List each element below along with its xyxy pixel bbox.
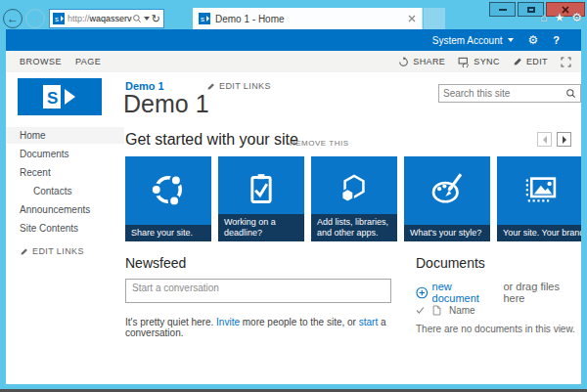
ribbon-bar: BROWSE PAGE SHARE SYNC EDIT — [6, 51, 581, 72]
account-label: System Account — [432, 35, 503, 46]
pencil-icon — [20, 247, 28, 256]
share-site-icon — [125, 164, 211, 215]
address-bar[interactable]: s http://waqasserver/sites/demo1 ↻ — [49, 9, 164, 28]
getting-started-title: Get started with your site — [125, 131, 298, 149]
newsfeed-empty-text: It's pretty quiet here. Invite more peop… — [125, 317, 409, 338]
sidebar-item-contacts[interactable]: Contacts — [6, 183, 124, 199]
tab-page[interactable]: PAGE — [75, 57, 101, 66]
sync-icon — [458, 57, 470, 67]
site-header: S Demo 1 EDIT LINKS Demo 1 — [6, 72, 581, 129]
start-conversation-link[interactable]: start — [359, 317, 378, 327]
documents-title: Documents — [416, 255, 485, 271]
sharepoint-favicon: s — [53, 13, 65, 24]
tile-caption: Working on a deadline? — [218, 214, 304, 242]
sharepoint-favicon: s — [199, 13, 210, 24]
back-button[interactable]: ← — [3, 9, 23, 28]
back-icon: ← — [7, 12, 19, 25]
search-icon[interactable] — [132, 14, 142, 23]
svg-text:s: s — [55, 15, 59, 23]
sync-button[interactable]: SYNC — [458, 57, 500, 67]
edit-button[interactable]: EDIT — [513, 57, 548, 66]
sidebar-item-site-contents[interactable]: Site Contents — [6, 220, 124, 237]
drag-files-text: or drag files here — [503, 281, 581, 304]
share-button[interactable]: SHARE — [398, 57, 445, 67]
share-icon — [398, 57, 409, 67]
tiles-prev-button[interactable] — [537, 132, 552, 147]
plus-circle-icon[interactable] — [416, 286, 429, 299]
account-menu[interactable]: System Account — [432, 35, 514, 46]
tile-your-brand[interactable]: Your site. Your brand — [497, 156, 581, 241]
tab-title: Demo 1 - Home — [215, 14, 408, 24]
suite-bar: System Account ⚙ ? — [6, 29, 581, 51]
tile-share-your-site[interactable]: Share your site. — [125, 156, 211, 241]
site-logo[interactable]: S — [18, 78, 102, 115]
browser-window: ← → s http://waqasserver/sites/demo1 ↻ s… — [0, 0, 587, 392]
browser-toolbar: ← → s http://waqasserver/sites/demo1 ↻ s… — [0, 8, 587, 29]
new-document-link[interactable]: new document — [432, 281, 500, 304]
invite-link[interactable]: Invite — [216, 317, 240, 327]
tab-close-icon[interactable] — [408, 15, 416, 22]
svg-text:s: s — [201, 15, 204, 23]
chevron-down-icon[interactable] — [144, 17, 150, 21]
search-box — [438, 84, 581, 103]
tile-add-apps[interactable]: Add lists, libraries, and other apps. — [311, 156, 397, 241]
sharepoint-logo-icon: S — [35, 82, 84, 111]
conversation-input[interactable] — [125, 279, 391, 303]
sidebar-item-documents[interactable]: Documents — [6, 146, 124, 162]
help-button[interactable]: ? — [553, 35, 560, 46]
focus-mode-button[interactable] — [561, 57, 571, 67]
page-title: Demo 1 — [123, 90, 209, 118]
tile-caption: What's your style? — [404, 225, 490, 241]
document-type-icon[interactable] — [432, 305, 441, 316]
documents-empty-text: There are no documents in this view. — [416, 324, 575, 334]
forward-button[interactable]: → — [25, 9, 45, 28]
edit-links-sidebar[interactable]: EDIT LINKS — [20, 246, 84, 256]
refresh-icon[interactable]: ↻ — [152, 14, 160, 24]
forward-icon: → — [29, 12, 41, 25]
pencil-icon — [513, 57, 522, 66]
column-name[interactable]: Name — [449, 305, 475, 316]
search-input[interactable] — [443, 88, 565, 99]
tiles-next-button[interactable] — [557, 132, 571, 147]
search-icon[interactable] — [565, 88, 576, 99]
svg-text:S: S — [47, 89, 58, 108]
remove-this-link[interactable]: REMOVE THIS — [290, 139, 348, 148]
browser-tab[interactable]: s Demo 1 - Home — [193, 8, 423, 29]
settings-gear-icon[interactable]: ⚙ — [528, 34, 539, 46]
palette-brush-icon — [404, 164, 490, 215]
edit-links-top[interactable]: EDIT LINKS — [206, 81, 271, 91]
select-all-check-icon[interactable] — [416, 306, 425, 315]
clipboard-check-icon — [218, 164, 304, 215]
tile-caption: Your site. Your brand — [497, 225, 581, 241]
sidebar-item-announcements[interactable]: Announcements — [6, 201, 124, 218]
chevron-left-icon — [543, 136, 547, 144]
tile-caption: Share your site. — [125, 225, 211, 241]
browser-settings-gear-icon[interactable]: ⚙ — [571, 11, 582, 24]
newsfeed-title: Newsfeed — [125, 255, 186, 271]
tile-working-deadline[interactable]: Working on a deadline? — [218, 156, 304, 241]
sidebar-item-recent[interactable]: Recent — [6, 164, 124, 181]
tile-caption: Add lists, libraries, and other apps. — [311, 214, 397, 242]
focus-icon — [561, 57, 571, 67]
chevron-down-icon — [508, 38, 514, 42]
chevron-right-icon — [563, 136, 566, 144]
brand-image-icon — [497, 164, 581, 215]
home-icon[interactable]: ⌂ — [540, 11, 547, 24]
url-text: http://waqasserver/sites/demo1 — [68, 14, 132, 23]
documents-column-headers: Name — [416, 305, 475, 316]
tile-whats-your-style[interactable]: What's your style? — [404, 156, 490, 241]
apps-hexagons-icon — [311, 164, 397, 215]
sidebar-item-home[interactable]: Home — [6, 127, 124, 144]
page-content: System Account ⚙ ? BROWSE PAGE SHARE SYN… — [6, 29, 581, 384]
new-tab-button[interactable] — [424, 8, 445, 29]
tab-browse[interactable]: BROWSE — [20, 57, 62, 66]
favorites-star-icon[interactable]: ★ — [554, 11, 564, 24]
